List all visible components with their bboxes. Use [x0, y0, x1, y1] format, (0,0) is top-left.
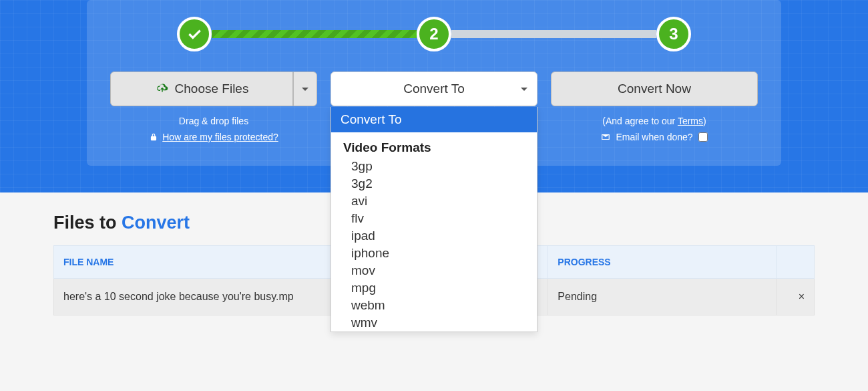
convert-to-label: Convert To: [403, 82, 465, 96]
caret-down-icon: [302, 88, 308, 91]
dropdown-option[interactable]: flv: [331, 210, 537, 227]
cell-progress: Pending: [548, 279, 777, 315]
convert-now-column: Convert Now (And agree to our Terms) Ema…: [551, 72, 758, 142]
dropdown-option[interactable]: wmv: [331, 314, 537, 332]
connector-2-3: [451, 30, 656, 38]
check-icon: [186, 25, 203, 43]
email-when-done-label: Email when done?: [616, 132, 692, 142]
dropdown-option[interactable]: webm: [331, 297, 537, 314]
dropdown-group-video: Video Formats: [331, 132, 537, 158]
files-protected-link[interactable]: How are my files protected?: [162, 132, 278, 142]
connector-1-2: [212, 30, 417, 38]
drag-drop-hint: Drag & drop files: [179, 116, 248, 126]
choose-files-label: Choose Files: [175, 82, 249, 96]
dropdown-option[interactable]: ipad: [331, 227, 537, 245]
dropdown-option[interactable]: avi: [331, 192, 537, 210]
convert-now-button[interactable]: Convert Now: [551, 72, 758, 106]
choose-files-button[interactable]: Choose Files: [110, 72, 293, 106]
col-actions: [777, 246, 815, 279]
lock-icon: [149, 132, 158, 142]
convert-to-button[interactable]: Convert To: [331, 72, 537, 106]
caret-down-icon: [521, 88, 527, 91]
convert-now-label: Convert Now: [618, 82, 691, 96]
step-3-bubble: 3: [656, 17, 691, 51]
convert-to-column: Convert To Convert To Video Formats 3gp …: [331, 72, 537, 142]
remove-file-button[interactable]: ×: [777, 279, 815, 315]
mail-icon: [601, 132, 610, 142]
agree-line: (And agree to our Terms): [602, 116, 706, 126]
upload-panel: 2 3 Choose Files: [87, 0, 781, 166]
dropdown-option[interactable]: mov: [331, 262, 537, 279]
convert-to-dropdown[interactable]: Convert To Video Formats 3gp 3g2 avi flv…: [331, 107, 537, 332]
step-indicator: 2 3: [177, 17, 691, 51]
email-when-done-checkbox[interactable]: [698, 132, 708, 142]
choose-files-caret[interactable]: [293, 72, 317, 106]
dropdown-option[interactable]: iphone: [331, 245, 537, 262]
terms-link[interactable]: Terms: [678, 116, 703, 126]
dropdown-option[interactable]: mpg: [331, 279, 537, 297]
step-1-bubble: [177, 17, 212, 51]
step-2-bubble: 2: [417, 17, 451, 51]
col-progress: PROGRESS: [548, 246, 777, 279]
dropdown-header: Convert To: [331, 107, 537, 132]
choose-files-column: Choose Files Drag & drop files How are m…: [110, 72, 317, 142]
choose-files-split: Choose Files: [110, 72, 317, 106]
dropdown-option[interactable]: 3gp: [331, 158, 537, 175]
dropdown-option[interactable]: 3g2: [331, 175, 537, 192]
upload-cloud-icon: [155, 83, 170, 95]
